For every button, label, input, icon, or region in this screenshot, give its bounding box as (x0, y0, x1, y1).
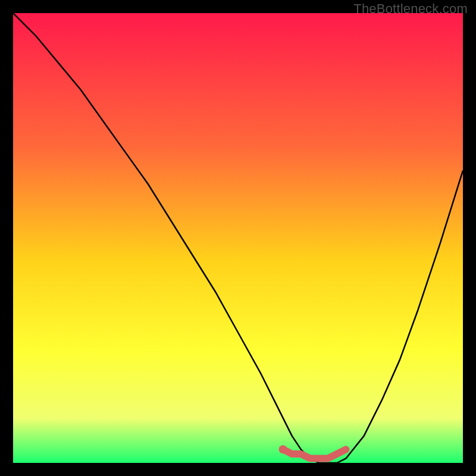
optimal-range-start-dot (279, 445, 287, 453)
plot-area (13, 13, 463, 463)
chart-svg (13, 13, 463, 463)
chart-frame: TheBottleneck.com (0, 0, 476, 476)
gradient-background (13, 13, 463, 463)
